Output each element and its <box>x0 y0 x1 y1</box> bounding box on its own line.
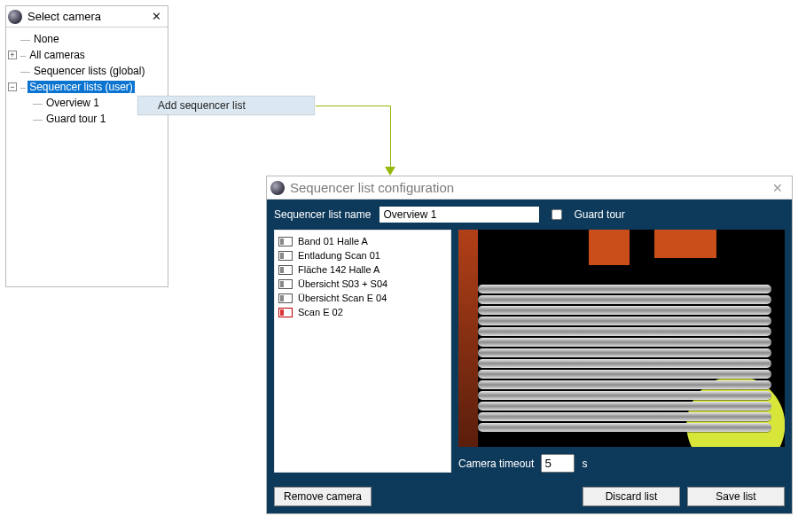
preview-column: Camera timeout s <box>458 230 785 473</box>
arrow-connector <box>316 106 390 106</box>
camera-item-label: Fläche 142 Halle A <box>298 264 379 275</box>
app-icon <box>270 181 285 195</box>
app-icon <box>8 10 22 24</box>
camera-icon <box>278 251 293 261</box>
tree-label: None <box>32 33 61 45</box>
camera-list-item[interactable]: Entladung Scan 01 <box>278 248 447 262</box>
remove-camera-button[interactable]: Remove camera <box>274 487 372 506</box>
name-label: Sequencer list name <box>274 208 371 221</box>
guard-tour-checkbox[interactable] <box>552 209 562 220</box>
camera-list-item[interactable]: Band 01 Halle A <box>278 234 447 248</box>
arrow-connector <box>390 106 391 169</box>
tree-item-none[interactable]: — None <box>8 31 166 47</box>
tree-label: Sequencer lists (global) <box>32 65 146 77</box>
tree-item-all-cameras[interactable]: +– All cameras <box>8 47 166 63</box>
close-icon[interactable]: ✕ <box>148 9 164 25</box>
tree-item-sequencer-global[interactable]: — Sequencer lists (global) <box>8 63 166 79</box>
camera-item-label: Entladung Scan 01 <box>298 250 380 261</box>
camera-item-label: Band 01 Halle A <box>298 236 368 246</box>
context-item-label: Add sequencer list <box>158 99 246 112</box>
collapse-icon[interactable]: − <box>8 82 17 91</box>
tree-item-sequencer-user[interactable]: −– Sequencer lists (user) <box>8 79 166 95</box>
sequencer-config-window: Sequencer list configuration ✕ Sequencer… <box>266 176 793 514</box>
camera-preview <box>458 230 785 447</box>
select-camera-window: Select camera ✕ — None +– All cameras — … <box>5 5 168 287</box>
config-title: Sequencer list configuration <box>290 180 769 195</box>
save-list-button[interactable]: Save list <box>687 487 785 506</box>
camera-list-item[interactable]: Fläche 142 Halle A <box>278 262 447 277</box>
config-body: Sequencer list name Guard tour Band 01 H… <box>267 200 792 480</box>
close-icon[interactable]: ✕ <box>769 179 786 197</box>
camera-icon <box>278 237 293 246</box>
camera-icon <box>278 293 293 303</box>
camera-item-label: Übersicht Scan E 04 <box>298 293 387 303</box>
tree-label: All cameras <box>27 49 87 61</box>
camera-list-item[interactable]: Übersicht Scan E 04 <box>278 291 447 305</box>
guard-tour-label: Guard tour <box>574 208 624 221</box>
config-titlebar: Sequencer list configuration ✕ <box>267 176 792 200</box>
name-row: Sequencer list name Guard tour <box>274 207 785 223</box>
camera-list-item[interactable]: Scan E 02 <box>278 305 447 319</box>
camera-icon <box>278 265 293 275</box>
expand-icon[interactable]: + <box>8 51 17 59</box>
arrow-head-icon <box>385 167 395 176</box>
camera-item-label: Scan E 02 <box>298 307 343 317</box>
sequencer-name-input[interactable] <box>379 207 539 223</box>
timeout-unit: s <box>582 458 587 470</box>
button-row: Remove camera Discard list Save list <box>267 480 792 513</box>
tree-label: Overview 1 <box>44 97 101 109</box>
camera-list-item[interactable]: Übersicht S03 + S04 <box>278 277 447 291</box>
timeout-input[interactable] <box>541 454 575 473</box>
timeout-row: Camera timeout s <box>458 454 785 473</box>
timeout-label: Camera timeout <box>458 458 534 470</box>
camera-icon <box>278 279 293 289</box>
camera-item-label: Übersicht S03 + S04 <box>298 278 387 289</box>
select-camera-title: Select camera <box>27 10 148 23</box>
select-camera-titlebar: Select camera ✕ <box>6 6 168 27</box>
context-add-sequencer-list[interactable]: Add sequencer list <box>137 96 315 115</box>
camera-list[interactable]: Band 01 Halle A Entladung Scan 01 Fläche… <box>274 230 451 473</box>
discard-list-button[interactable]: Discard list <box>583 487 680 506</box>
camera-recording-icon <box>278 308 293 317</box>
tree-label: Guard tour 1 <box>44 113 107 125</box>
tree-label: Sequencer lists (user) <box>27 81 135 93</box>
config-mid: Band 01 Halle A Entladung Scan 01 Fläche… <box>274 230 785 473</box>
